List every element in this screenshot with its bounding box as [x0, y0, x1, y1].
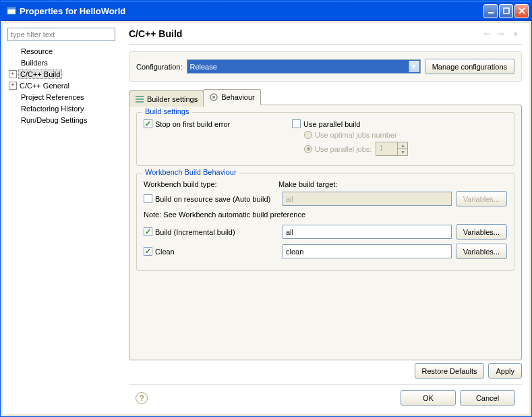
incremental-build-checkbox[interactable]: Build (Incremental build) — [144, 227, 278, 236]
checkbox-icon — [144, 227, 152, 236]
sidebar: Resource Builders +C/C++ Build +C/C++ Ge… — [3, 24, 122, 414]
group-title: Build settings — [142, 107, 191, 115]
tree-item-cpp-general[interactable]: +C/C++ General — [7, 80, 118, 91]
expand-icon[interactable]: + — [9, 70, 17, 78]
target-label: Make build target: — [278, 180, 337, 188]
svg-rect-6 — [136, 96, 144, 97]
variables-button[interactable]: Variables... — [456, 224, 507, 240]
tree-item-builders[interactable]: Builders — [7, 57, 118, 68]
workbench-group: Workbench Build Behaviour Workbench buil… — [136, 173, 514, 271]
spinner-value: 1 — [376, 142, 397, 155]
radio-icon — [304, 145, 312, 153]
checkbox-label: Stop on first build error — [155, 120, 230, 128]
svg-rect-1 — [7, 7, 16, 9]
help-icon[interactable]: ? — [136, 392, 148, 404]
use-parallel-checkbox[interactable]: Use parallel build — [292, 119, 507, 128]
restore-defaults-button[interactable]: Restore Defaults — [415, 363, 485, 379]
configuration-select[interactable]: Release ▾ — [187, 59, 421, 74]
checkbox-label: Build (Incremental build) — [155, 228, 235, 236]
svg-rect-3 — [504, 8, 509, 13]
configuration-value: Release — [190, 63, 217, 71]
build-type-label: Workbench build type: — [144, 180, 278, 188]
stop-on-error-checkbox[interactable]: Stop on first build error — [144, 119, 278, 128]
tree-item-resource[interactable]: Resource — [7, 45, 118, 57]
tabs: Builder settings Behaviour — [129, 89, 522, 105]
svg-point-10 — [212, 96, 215, 99]
minimize-button[interactable] — [483, 4, 498, 18]
auto-build-checkbox[interactable]: Build on resource save (Auto build) — [144, 194, 278, 203]
tree-item-run-debug[interactable]: Run/Debug Settings — [7, 114, 118, 126]
parallel-jobs-spinner: 1 ▲▼ — [376, 142, 408, 156]
maximize-button[interactable] — [499, 4, 513, 18]
expand-icon[interactable]: + — [9, 82, 17, 90]
tab-label: Builder settings — [147, 95, 198, 103]
gear-icon — [209, 92, 218, 102]
parallel-jobs-radio: Use parallel jobs: — [304, 145, 372, 153]
radio-label: Use parallel jobs: — [315, 145, 372, 153]
optimal-jobs-radio: Use optimal jobs number — [304, 131, 507, 139]
titlebar[interactable]: Properties for HelloWorld — [1, 1, 531, 21]
svg-rect-8 — [136, 101, 144, 103]
nav-tree: Resource Builders +C/C++ Build +C/C++ Ge… — [7, 45, 118, 126]
checkbox-icon — [144, 194, 152, 203]
group-title: Workbench Build Behaviour — [142, 168, 239, 176]
main-panel: C/C++ Build ⇦ ⇨ ▾ Configuration: Release… — [122, 24, 529, 414]
close-button[interactable] — [514, 4, 529, 18]
tab-behaviour[interactable]: Behaviour — [203, 89, 261, 105]
chevron-down-icon: ▾ — [409, 61, 419, 72]
forward-icon[interactable]: ⇨ — [495, 28, 507, 40]
back-icon[interactable]: ⇦ — [480, 28, 492, 40]
clean-checkbox[interactable]: Clean — [144, 247, 278, 256]
cancel-button[interactable]: Cancel — [460, 390, 515, 406]
tab-builder-settings[interactable]: Builder settings — [129, 90, 204, 107]
svg-rect-7 — [136, 99, 144, 100]
checkbox-icon — [292, 119, 301, 128]
variables-button[interactable]: Variables... — [456, 244, 507, 259]
window-icon — [6, 5, 17, 16]
apply-button[interactable]: Apply — [488, 363, 522, 379]
checkbox-label: Clean — [155, 248, 175, 256]
tab-label: Behaviour — [221, 93, 255, 101]
configuration-label: Configuration: — [136, 63, 183, 71]
spinner-down-icon: ▼ — [397, 149, 407, 155]
tree-item-cpp-build[interactable]: +C/C++ Build — [7, 68, 118, 80]
properties-window: Properties for HelloWorld Resource Build… — [0, 0, 532, 417]
list-icon — [135, 94, 144, 104]
filter-input[interactable] — [7, 28, 115, 41]
behaviour-content: Build settings Stop on first build error… — [129, 105, 522, 360]
tree-item-refactoring[interactable]: Refactoring History — [7, 103, 118, 114]
manage-configurations-button[interactable]: Manage configurations — [425, 59, 514, 74]
incremental-target-input[interactable] — [283, 225, 452, 239]
ok-button[interactable]: OK — [401, 390, 456, 406]
configuration-panel: Configuration: Release ▾ Manage configur… — [129, 51, 522, 82]
note-text: Note: See Workbench automatic build pref… — [144, 211, 507, 219]
auto-build-target-input — [283, 192, 452, 206]
spinner-up-icon: ▲ — [397, 142, 407, 149]
radio-icon — [304, 131, 312, 139]
checkbox-icon — [144, 119, 152, 128]
dropdown-icon[interactable]: ▾ — [510, 28, 522, 40]
page-footer: Restore Defaults Apply — [129, 360, 522, 381]
dialog-footer: ? OK Cancel — [129, 384, 522, 410]
page-title: C/C++ Build — [129, 28, 480, 39]
build-settings-group: Build settings Stop on first build error… — [136, 112, 514, 166]
checkbox-label: Use parallel build — [303, 120, 360, 128]
checkbox-icon — [144, 247, 152, 256]
window-title: Properties for HelloWorld — [20, 6, 483, 16]
clean-target-input[interactable] — [283, 244, 452, 258]
checkbox-label: Build on resource save (Auto build) — [155, 195, 270, 203]
radio-label: Use optimal jobs number — [315, 131, 397, 139]
variables-button: Variables... — [456, 191, 507, 206]
tree-item-project-refs[interactable]: Project References — [7, 91, 118, 103]
